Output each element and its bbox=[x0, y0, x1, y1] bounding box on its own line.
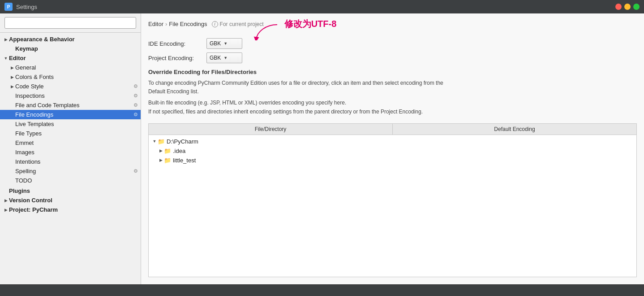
arrow-icon: ▶ bbox=[9, 84, 15, 89]
sidebar-item-editor[interactable]: ▼ Editor bbox=[0, 53, 141, 63]
settings-icon: ⚙ bbox=[133, 168, 138, 174]
maximize-button[interactable] bbox=[633, 4, 640, 10]
file-name: D:\PyCharm bbox=[167, 138, 198, 145]
title-bar: P Settings bbox=[0, 0, 644, 13]
table-row[interactable]: ▶ 📁 .idea bbox=[149, 146, 636, 156]
settings-icon: ⚙ bbox=[133, 112, 138, 118]
override-desc2: Built-in file encoding (e.g. JSP, HTML o… bbox=[148, 99, 637, 116]
table-row[interactable]: ▶ 📁 little_test bbox=[149, 156, 636, 165]
sidebar: ▶ Appearance & Behavior Keymap ▼ Editor … bbox=[0, 13, 141, 284]
sidebar-item-label: Inspections bbox=[15, 92, 45, 99]
sidebar-item-label: Colors & Fonts bbox=[15, 74, 54, 80]
ide-encoding-dropdown[interactable]: GBK ▼ bbox=[206, 38, 242, 49]
ide-encoding-row: IDE Encoding: GBK ▼ bbox=[148, 38, 637, 49]
close-button[interactable] bbox=[615, 4, 622, 10]
sidebar-item-file-code-templates[interactable]: File and Code Templates ⚙ bbox=[0, 100, 141, 110]
sidebar-item-project-pycharm[interactable]: ▶ Project: PyCharm bbox=[0, 205, 141, 214]
arrow-icon: ▶ bbox=[3, 37, 9, 42]
sidebar-item-general[interactable]: ▶ General bbox=[0, 63, 141, 72]
sidebar-item-code-style[interactable]: ▶ Code Style ⚙ bbox=[0, 82, 141, 91]
app-icon: P bbox=[4, 3, 13, 11]
arrow-icon: ▶ bbox=[9, 75, 15, 79]
bottom-bar bbox=[0, 284, 644, 296]
sidebar-item-label: File Types bbox=[15, 130, 42, 137]
folder-icon: 📁 bbox=[164, 148, 171, 154]
arrow-icon: ▶ bbox=[158, 158, 164, 162]
sidebar-item-spelling[interactable]: Spelling ⚙ bbox=[0, 166, 141, 176]
ide-encoding-label: IDE Encoding: bbox=[148, 40, 202, 47]
sidebar-item-todo[interactable]: TODO bbox=[0, 176, 141, 185]
sidebar-item-label: Emmet bbox=[15, 139, 34, 146]
override-desc1: To change encoding PyCharm Community Edi… bbox=[148, 79, 637, 96]
arrow-icon: ▶ bbox=[9, 65, 15, 70]
project-encoding-row: Project Encoding: GBK ▼ bbox=[148, 52, 637, 63]
sidebar-item-label: Editor bbox=[9, 55, 26, 61]
breadcrumb-file-encodings: File Encodings bbox=[169, 21, 207, 27]
sidebar-item-label: Appearance & Behavior bbox=[9, 36, 75, 43]
sidebar-item-images[interactable]: Images bbox=[0, 148, 141, 157]
sidebar-item-label: Live Templates bbox=[15, 121, 54, 127]
sidebar-item-inspections[interactable]: Inspections ⚙ bbox=[0, 91, 141, 100]
settings-icon: ⚙ bbox=[133, 93, 138, 99]
override-section: Override Encoding for Files/Directories … bbox=[141, 69, 644, 123]
chinese-annotation: 修改为UTF-8 bbox=[284, 19, 337, 29]
search-input[interactable] bbox=[4, 17, 136, 29]
sidebar-item-file-encodings[interactable]: File Encodings ⚙ bbox=[0, 110, 141, 119]
settings-icon: ⚙ bbox=[133, 83, 138, 89]
sidebar-item-live-templates[interactable]: Live Templates bbox=[0, 119, 141, 129]
table-body: ▼ 📁 D:\PyCharm ▶ 📁 .idea ▶ 📁 little_test bbox=[149, 135, 636, 277]
content-panel: Editor › File Encodings i For current pr… bbox=[141, 13, 644, 284]
sidebar-item-label: Code Style bbox=[15, 83, 44, 90]
dropdown-arrow-icon: ▼ bbox=[223, 56, 228, 60]
sidebar-item-file-types[interactable]: File Types bbox=[0, 129, 141, 138]
table-row[interactable]: ▼ 📁 D:\PyCharm bbox=[149, 137, 636, 146]
sidebar-tree: ▶ Appearance & Behavior Keymap ▼ Editor … bbox=[0, 33, 141, 284]
arrow-icon: ▼ bbox=[151, 139, 158, 144]
sidebar-item-label: File Encodings bbox=[15, 111, 53, 118]
sidebar-item-colors-fonts[interactable]: ▶ Colors & Fonts bbox=[0, 72, 141, 82]
sidebar-item-intentions[interactable]: Intentions bbox=[0, 157, 141, 166]
sidebar-item-keymap[interactable]: Keymap bbox=[0, 44, 141, 53]
file-name: .idea bbox=[173, 148, 185, 154]
breadcrumb-separator: › bbox=[165, 21, 167, 27]
sidebar-item-version-control[interactable]: ▶ Version Control bbox=[0, 196, 141, 205]
sidebar-item-label: Spelling bbox=[15, 168, 36, 174]
dropdown-arrow-icon: ▼ bbox=[223, 41, 228, 46]
col-default-encoding: Default Encoding bbox=[393, 124, 636, 135]
file-table: File/Directory Default Encoding ▼ 📁 D:\P… bbox=[148, 123, 637, 277]
breadcrumb-editor: Editor bbox=[148, 21, 163, 27]
sidebar-item-label: Version Control bbox=[9, 197, 52, 204]
project-encoding-dropdown[interactable]: GBK ▼ bbox=[206, 52, 242, 63]
project-encoding-label: Project Encoding: bbox=[148, 55, 202, 61]
file-name: little_test bbox=[173, 157, 196, 164]
folder-icon: 📁 bbox=[158, 138, 165, 145]
arrow-icon: ▶ bbox=[3, 198, 9, 203]
override-title: Override Encoding for Files/Directories bbox=[148, 69, 637, 75]
sidebar-item-label: Images bbox=[15, 149, 34, 156]
arrow-icon: ▶ bbox=[3, 208, 9, 212]
sidebar-item-label: Intentions bbox=[15, 158, 40, 165]
main-layout: ▶ Appearance & Behavior Keymap ▼ Editor … bbox=[0, 13, 644, 284]
project-encoding-value: GBK bbox=[210, 55, 221, 61]
sidebar-item-label: Plugins bbox=[9, 187, 30, 194]
sidebar-item-label: General bbox=[15, 64, 36, 71]
sidebar-item-label: TODO bbox=[15, 177, 32, 184]
sidebar-item-label: Project: PyCharm bbox=[9, 206, 58, 213]
breadcrumb: Editor › File Encodings bbox=[148, 21, 207, 27]
settings-icon: ⚙ bbox=[133, 102, 138, 108]
arrow-icon: ▼ bbox=[3, 56, 9, 61]
minimize-button[interactable] bbox=[624, 4, 631, 10]
col-file-directory: File/Directory bbox=[149, 124, 393, 135]
encoding-form: IDE Encoding: GBK ▼ Project Encoding: GB… bbox=[141, 33, 644, 69]
annotation-arrow-svg bbox=[253, 22, 279, 40]
sidebar-item-emmet[interactable]: Emmet bbox=[0, 138, 141, 148]
sidebar-item-label: Keymap bbox=[15, 45, 38, 52]
arrow-icon: ▶ bbox=[158, 148, 164, 153]
window-controls bbox=[615, 4, 640, 10]
sidebar-item-plugins[interactable]: Plugins bbox=[0, 186, 141, 196]
sidebar-item-appearance[interactable]: ▶ Appearance & Behavior bbox=[0, 35, 141, 44]
folder-icon: 📁 bbox=[164, 157, 171, 164]
sidebar-item-label: File and Code Templates bbox=[15, 102, 80, 109]
table-header: File/Directory Default Encoding bbox=[149, 124, 636, 135]
ide-encoding-value: GBK bbox=[210, 40, 221, 47]
